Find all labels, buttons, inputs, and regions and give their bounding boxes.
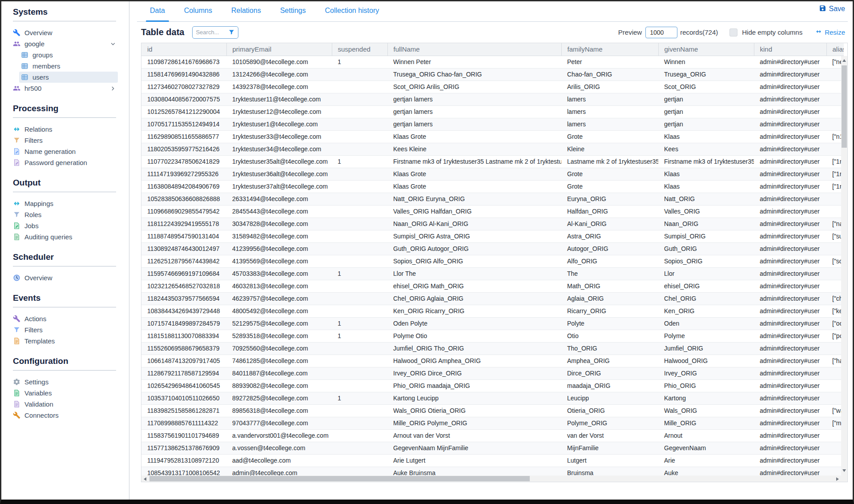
cell-fullname: Chel_ORIG Aglaia_ORIG (387, 292, 561, 305)
table-row[interactable]: 11824435037957756659446239757@t4ecollege… (141, 292, 844, 305)
resize-button[interactable]: Resize (815, 28, 845, 36)
table-row[interactable]: 1180205359597752164261ryktestuser34@t4ec… (141, 143, 844, 155)
sidebar-item-hr500[interactable]: hr500 (11, 83, 118, 94)
table-row[interactable]: 10838443426943972944848005492@t4ecollege… (141, 305, 844, 317)
column-header-fullname[interactable]: fullName (387, 43, 561, 56)
table-row[interactable]: 10528385063660882688826331494@t4ecollege… (141, 193, 844, 205)
sidebar-item-overview[interactable]: Overview (11, 272, 118, 283)
chevron-right-icon[interactable] (110, 85, 116, 92)
table-row[interactable]: 11286792117858712959484011887@t4ecollege… (141, 367, 844, 379)
sidebar-item-filters[interactable]: Filters (11, 135, 118, 146)
sidebar-item-roles[interactable]: Roles (11, 209, 118, 220)
table-row[interactable]: 1107702234785062418291ryktestuser35alt@t… (141, 155, 844, 168)
tab-data[interactable]: Data (149, 0, 166, 21)
cell-kind: admin#directory#user (754, 56, 826, 68)
cell-primaryemail: 46239757@t4ecollege.com (226, 292, 332, 305)
table-row[interactable]: 1162989085116558865771ryktestuser33@t4ec… (141, 130, 844, 143)
scroll-down-arrow[interactable] (842, 469, 846, 472)
sidebar-item-users[interactable]: users (19, 72, 118, 83)
tab-settings[interactable]: Settings (279, 0, 307, 21)
vertical-scroll-thumb[interactable] (842, 65, 847, 148)
table-row[interactable]: 11815188113007088339452893518@t4ecollege… (141, 330, 844, 342)
table-row[interactable]: 1012526578412122900041ryktestuser12@t4ec… (141, 105, 844, 118)
tab-columns[interactable]: Columns (183, 0, 214, 21)
sidebar-item-connectors[interactable]: Connectors (11, 410, 118, 421)
chevron-down-icon[interactable] (110, 41, 116, 47)
cell-suspended (332, 454, 387, 467)
horizontal-scrollbar[interactable] (141, 476, 841, 482)
scroll-up-arrow[interactable] (842, 59, 846, 62)
sidebar-item-variables[interactable]: Variables (11, 387, 118, 399)
data-table-container: idprimaryEmailsuspendedfullNamefamilyNam… (141, 43, 848, 482)
table-row[interactable]: 11811224392941955517830347828@t4ecollege… (141, 218, 844, 230)
hide-empty-columns-checkbox[interactable] (729, 28, 737, 36)
table-row[interactable]: 11096686902985547954228455443@t4ecollege… (141, 205, 844, 218)
tab-collection-history[interactable]: Collection history (323, 0, 380, 21)
table-row[interactable]: 10715741849989728457952129575@t4ecollege… (141, 317, 844, 330)
table-row[interactable]: 115837561901101794689a.vandervorst001@t4… (141, 429, 844, 442)
search-filter-icon[interactable] (228, 29, 235, 36)
table-row[interactable]: 115771386251378676909a.vossen@t4ecollege… (141, 442, 844, 454)
table-row[interactable]: 11581476969149043288613124266@t4ecollege… (141, 68, 844, 81)
table-row[interactable]: 1163808489420849067691ryktestuser37alt@t… (141, 180, 844, 193)
table-row[interactable]: 10265429694864106054588939082@t4ecollege… (141, 379, 844, 392)
table-row[interactable]: 11262512879567443984241395569@t4ecollege… (141, 255, 844, 267)
sidebar-item-actions[interactable]: Actions (11, 313, 118, 324)
sidebar-item-mappings[interactable]: Mappings (11, 198, 118, 209)
table-row[interactable]: 1111471939692729553261ryktestuser36alt@t… (141, 168, 844, 180)
sidebar-item-groups[interactable]: groups (19, 49, 118, 60)
column-header-suspended[interactable]: suspended (332, 43, 387, 56)
preview-count-input[interactable] (645, 27, 677, 38)
sidebar-item-templates[interactable]: Templates (11, 335, 118, 347)
sidebar-item-overview[interactable]: Overview (11, 27, 118, 38)
column-header-aliases[interactable]: aliases (826, 43, 844, 56)
table-row[interactable]: 11595746696919710968445703383@t4ecollege… (141, 267, 844, 280)
sidebar-item-jobs[interactable]: Jobs (11, 220, 118, 231)
table-row[interactable]: 11552606958867965837970925560@t4ecollege… (141, 342, 844, 355)
cell-primaryemail: 41239956@t4ecollege.com (226, 242, 332, 255)
table-row[interactable]: 11188748954759013140431589482@t4ecollege… (141, 230, 844, 242)
scroll-left-arrow[interactable] (144, 477, 146, 481)
app-window: SystemsOverviewgooglegroupsmembersusersh… (0, 0, 854, 504)
table-row[interactable]: 11839825158586128287189856318@t4ecollege… (141, 404, 844, 417)
column-header-primaryemail[interactable]: primaryEmail (226, 43, 332, 56)
cell-kind: admin#directory#user (754, 205, 826, 218)
table-row[interactable]: 11273460270802732782914392378@t4ecollege… (141, 81, 844, 93)
column-header-kind[interactable]: kind (754, 43, 826, 56)
sidebar-item-password-generation[interactable]: Password generation (11, 157, 118, 168)
column-header-id[interactable]: id (141, 43, 226, 56)
cell-suspended: 1 (332, 155, 387, 168)
table-row[interactable]: 1030804408567200075751ryktestuser11@t4ec… (141, 93, 844, 105)
sidebar-item-settings[interactable]: Settings (11, 376, 118, 387)
sidebar-item-members[interactable]: members (19, 60, 118, 72)
horizontal-scroll-thumb[interactable] (149, 476, 530, 481)
cell-givenname: Klaas (658, 180, 754, 193)
cell-primaryemail: 97043777@t4ecollege.com (226, 417, 332, 429)
sidebar-item-google[interactable]: google (11, 38, 118, 49)
column-header-familyname[interactable]: familyName (561, 43, 658, 56)
sidebar-item-name-generation[interactable]: Name generation (11, 146, 118, 157)
sidebar-item-label: Relations (24, 125, 52, 133)
table-row[interactable]: 111947952813108972120aad@t4ecollege.comA… (141, 454, 844, 467)
sidebar-item-filters[interactable]: Filters (11, 324, 118, 335)
cell-familyname: Otieria_ORIG (561, 404, 658, 417)
cell-suspended (332, 417, 387, 429)
sidebar-item-validation[interactable]: Validation (11, 399, 118, 410)
vertical-scrollbar[interactable] (841, 56, 847, 482)
sidebar-item-auditing-queries[interactable]: Auditing queries (11, 231, 118, 242)
table-row[interactable]: 11308924874643001249741239956@t4ecollege… (141, 242, 844, 255)
table-row[interactable]: 11098728614167696867310105890@t4ecollege… (141, 56, 844, 68)
table-row[interactable]: 1070517115355124949141ryktestuser1@t4eco… (141, 118, 844, 130)
tab-relations[interactable]: Relations (230, 0, 262, 21)
table-row[interactable]: 11708998885761111432297043777@t4ecollege… (141, 417, 844, 429)
scroll-right-arrow[interactable] (836, 477, 839, 481)
sidebar-item-relations[interactable]: Relations (11, 124, 118, 135)
search-input[interactable] (196, 29, 226, 36)
save-button[interactable]: Save (819, 0, 845, 18)
table-row[interactable]: 10353710401051102665089272825@t4ecollege… (141, 392, 844, 404)
column-header-givenname[interactable]: givenName (658, 43, 754, 56)
table-row[interactable]: 10661487413209791740574861285@t4ecollege… (141, 355, 844, 367)
table-row[interactable]: 10232126546852703281846032813@t4ecollege… (141, 280, 844, 292)
cell-fullname: Jumfiel_ORIG Tho_ORIG (387, 342, 561, 355)
resize-label: Resize (825, 28, 845, 36)
